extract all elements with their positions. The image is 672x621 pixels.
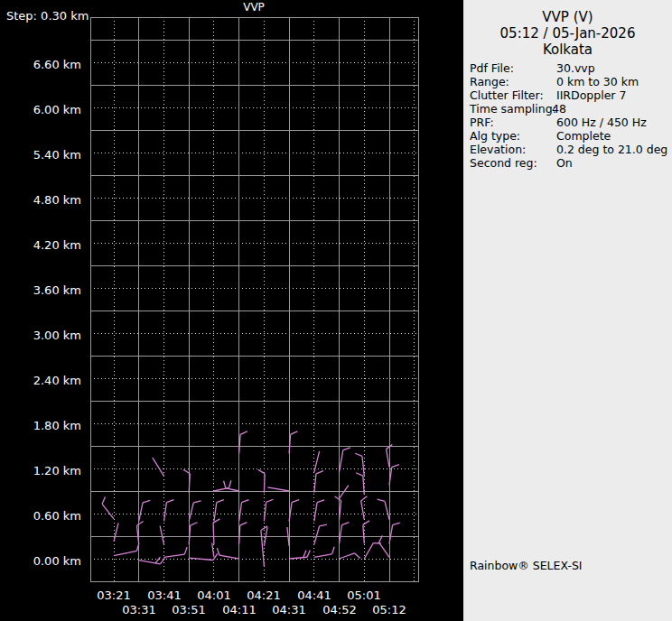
info-value: 0.2 deg to 21.0 deg [556,144,667,156]
y-tick-label: 0.00 km [0,554,81,568]
info-label: Elevation: [470,144,526,156]
info-value: 600 Hz / 450 Hz [556,116,647,129]
info-label: Second reg: [470,157,537,170]
y-tick-label: 1.80 km [0,419,81,432]
x-tick-label: 03:21 [91,589,136,602]
y-tick-label: 2.40 km [0,374,81,387]
y-tick-label: 4.80 km [0,193,81,207]
info-label: Time sampling: [470,103,556,116]
info-value: On [556,157,573,170]
height-step-label: Step: 0.30 km [6,9,89,23]
plot-title: VVP [227,1,281,14]
y-tick-label: 4.20 km [0,238,81,252]
x-tick-label: 04:52 [317,603,362,616]
x-tick-label: 04:41 [292,589,337,602]
info-label: Pdf File: [470,62,514,75]
panel-datetime: 05:12 / 05-Jan-2026 [463,25,672,42]
brand-footer: Rainbow® SELEX-SI [470,559,583,572]
y-tick-label: 3.60 km [0,283,81,297]
vvp-product-window: Step: 0.30 km VVP 6.60 km 6.00 km 5.40 k… [0,0,672,621]
info-value: 0 km to 30 km [556,76,639,88]
info-panel: VVP (V) 05:12 / 05-Jan-2026 Kolkata Pdf … [463,0,672,621]
y-tick-label: 1.20 km [0,464,81,477]
panel-site-name: Kolkata [463,42,672,58]
x-tick-label: 05:12 [367,603,412,616]
x-tick-label: 03:51 [166,603,211,616]
y-tick-label: 6.00 km [0,103,81,116]
x-tick-label: 05:01 [341,589,387,602]
info-label: PRF: [470,116,494,129]
info-value: 30.vvp [556,62,595,75]
info-value: Complete [556,130,611,143]
info-label: Alg type: [470,130,520,143]
x-tick-label: 04:11 [217,603,262,616]
x-tick-label: 04:21 [241,589,286,602]
info-label: Range: [470,76,509,88]
x-tick-label: 04:01 [191,589,237,602]
x-tick-label: 03:41 [142,589,187,602]
y-tick-label: 3.00 km [0,329,81,342]
info-label: Clutter Filter: [470,89,544,102]
y-tick-label: 5.40 km [0,148,81,162]
info-value: IIRDoppler 7 [556,89,626,102]
x-tick-label: 03:31 [117,603,162,616]
panel-product-title: VVP (V) [463,9,672,25]
y-tick-label: 0.60 km [0,509,81,523]
y-tick-label: 6.60 km [0,58,81,71]
info-value: 48 [552,103,566,116]
x-tick-label: 04:31 [266,603,312,616]
